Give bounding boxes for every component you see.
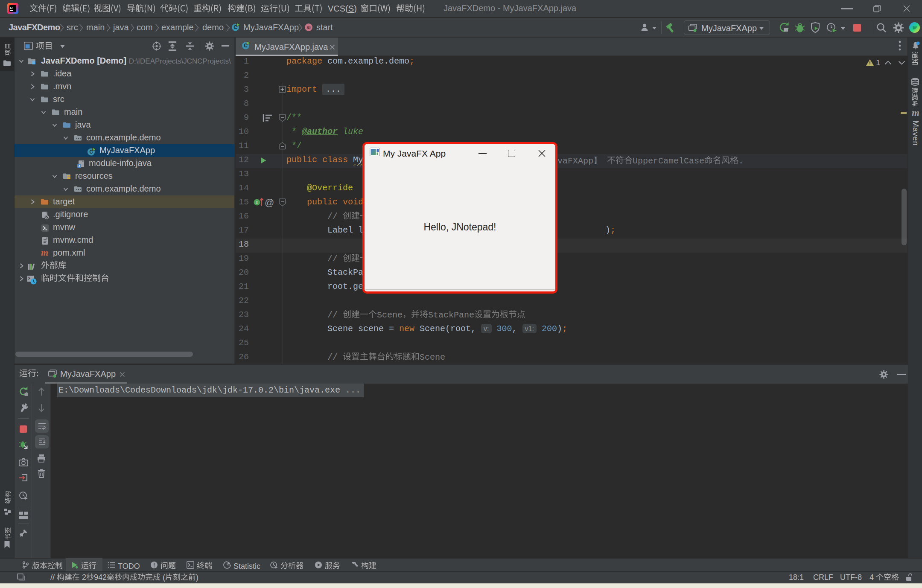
svg-text:IJ: IJ bbox=[10, 6, 13, 10]
svg-text:m: m bbox=[306, 24, 311, 30]
svg-text:I: I bbox=[256, 200, 258, 205]
svg-text:J: J bbox=[78, 164, 80, 168]
